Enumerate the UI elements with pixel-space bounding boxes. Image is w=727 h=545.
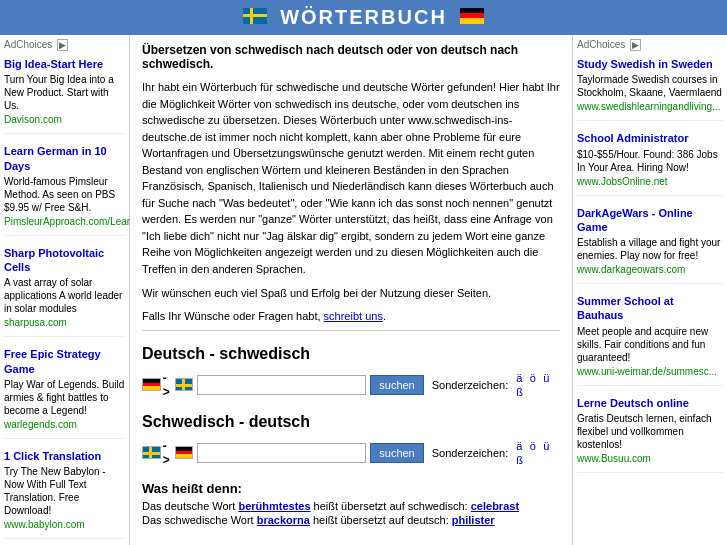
svg-rect-5 — [460, 18, 484, 24]
arrow-1: -> — [163, 371, 173, 399]
left-ad-choices: AdChoices ▶ — [4, 39, 125, 51]
intro-bold: Übersetzen von schwedisch nach deutsch o… — [142, 43, 560, 71]
right-ad-4: Summer School at Bauhaus Meet people and… — [577, 294, 723, 386]
search-input-1[interactable] — [197, 375, 366, 395]
search-title-1: Deutsch - schwedisch — [142, 345, 560, 363]
svg-rect-2 — [243, 14, 267, 17]
left-ad-4-title[interactable]: Free Epic Strategy Game — [4, 347, 125, 376]
search-row-2: -> suchen Sonderzeichen: ä ö ü ß — [142, 439, 560, 467]
right-sidebar: AdChoices ▶ Study Swedish in Sweden Tayl… — [572, 35, 727, 545]
word-link-1[interactable]: berühmtestes — [238, 500, 310, 512]
sonder-o-2[interactable]: ö — [530, 440, 536, 452]
search-button-1[interactable]: suchen — [370, 375, 423, 395]
flag-se-1 — [175, 378, 194, 391]
right-ad-3: DarkAgeWars - Online Game Establish a vi… — [577, 206, 723, 285]
flag-de-2 — [175, 446, 194, 459]
left-ad-5-title[interactable]: 1 Click Translation — [4, 449, 125, 463]
left-sidebar: AdChoices ▶ Big Idea-Start Here Turn You… — [0, 35, 130, 545]
arrow-2: -> — [163, 439, 173, 467]
left-ad-3-title[interactable]: Sharp Photovoltaic Cells — [4, 246, 125, 275]
left-ad-1: Big Idea-Start Here Turn Your Big Idea i… — [4, 57, 125, 134]
left-ad-3: Sharp Photovoltaic Cells A vast array of… — [4, 246, 125, 338]
left-ad-2-body: World-famous Pimsleur Method. As seen on… — [4, 175, 125, 214]
left-ad-2: Learn German in 10 Days World-famous Pim… — [4, 144, 125, 236]
search-button-2[interactable]: suchen — [370, 443, 423, 463]
right-ad-3-title[interactable]: DarkAgeWars - Online Game — [577, 206, 723, 235]
left-ad-4-url[interactable]: warlegends.com — [4, 419, 125, 430]
search-schwedisch-deutsch: Schwedisch - deutsch -> suchen Sonderzei… — [142, 413, 560, 467]
search-title-2: Schwedisch - deutsch — [142, 413, 560, 431]
flag-germany-header — [460, 6, 484, 29]
wish-text: Wir wünschen euch viel Spaß und Erfolg b… — [142, 285, 560, 302]
right-ad-choices: AdChoices ▶ — [577, 39, 723, 51]
right-ad-3-url[interactable]: www.darkageowars.com — [577, 264, 723, 275]
right-ad-2-body: $10-$55/Hour. Found: 386 Jobs In Your Ar… — [577, 148, 723, 174]
left-ad-3-body: A vast array of solar applications A wor… — [4, 276, 125, 315]
right-ad-1-url[interactable]: www.swedishlearningandliving... — [577, 101, 723, 112]
sonder-a-1[interactable]: ä — [516, 372, 522, 384]
right-ad-5-title[interactable]: Lerne Deutsch online — [577, 396, 723, 410]
word-link-2[interactable]: brackorna — [257, 514, 310, 526]
feedback-text: Falls Ihr Wünsche oder Fragen habt, schr… — [142, 310, 560, 322]
sonderzeichen-links-2: ä ö ü ß — [512, 439, 560, 467]
right-ad-2: School Administrator $10-$55/Hour. Found… — [577, 131, 723, 195]
feedback-link[interactable]: schreibt uns — [324, 310, 383, 322]
search-deutsch-schwedisch: Deutsch - schwedisch -> suchen Sonderzei… — [142, 345, 560, 399]
result-link-2[interactable]: philister — [452, 514, 495, 526]
left-ad-4-body: Play War of Legends. Build armies & figh… — [4, 378, 125, 417]
was-heisst-section: Was heißt denn: Das deutsche Wort berühm… — [142, 481, 560, 526]
left-ad-1-body: Turn Your Big Idea into a New Product. S… — [4, 73, 125, 112]
svg-rect-3 — [460, 8, 484, 13]
page-title: WÖRTERBUCH — [280, 6, 447, 28]
search-input-2[interactable] — [197, 443, 366, 463]
right-ad-4-title[interactable]: Summer School at Bauhaus — [577, 294, 723, 323]
left-ad-5: 1 Click Translation Try The New Babylon … — [4, 449, 125, 539]
right-ad-1: Study Swedish in Sweden Taylormade Swedi… — [577, 57, 723, 121]
svg-rect-4 — [460, 13, 484, 18]
left-ad-5-url[interactable]: www.babylon.com — [4, 519, 125, 530]
left-ad-1-title[interactable]: Big Idea-Start Here — [4, 57, 125, 71]
right-ad-4-body: Meet people and acquire new skills. Fair… — [577, 325, 723, 364]
result-link-1[interactable]: celebrast — [471, 500, 519, 512]
sonderzeichen-links-1: ä ö ü ß — [512, 371, 560, 399]
flag-arrow-2: -> — [142, 439, 193, 467]
right-ad-5: Lerne Deutsch online Gratis Deutsch lern… — [577, 396, 723, 473]
sonder-o-1[interactable]: ö — [530, 372, 536, 384]
sonderzeichen-label-2: Sonderzeichen: — [432, 447, 508, 459]
left-ad-5-body: Try The New Babylon - Now With Full Text… — [4, 465, 125, 517]
right-ad-2-url[interactable]: www.JobsOnline.net — [577, 176, 723, 187]
was-heisst-title: Was heißt denn: — [142, 481, 560, 496]
ad-choices-icon[interactable]: ▶ — [57, 39, 68, 51]
right-ad-choices-icon[interactable]: ▶ — [630, 39, 641, 51]
left-ad-1-url[interactable]: Davison.com — [4, 114, 125, 125]
right-ad-3-body: Establish a village and fight your enemi… — [577, 236, 723, 262]
was-heisst-row-1: Das deutsche Wort berühmtestes heißt übe… — [142, 500, 560, 512]
left-ad-2-url[interactable]: PimsleurApproach.com/Learn-... — [4, 216, 125, 227]
divider-1 — [142, 330, 560, 331]
intro-text: Ihr habt ein Wörterbuch für schwedische … — [142, 79, 560, 277]
left-ad-2-title[interactable]: Learn German in 10 Days — [4, 144, 125, 173]
right-ad-1-title[interactable]: Study Swedish in Sweden — [577, 57, 723, 71]
right-ad-2-title[interactable]: School Administrator — [577, 131, 723, 145]
center-content: Übersetzen von schwedisch nach deutsch o… — [130, 35, 572, 545]
right-ad-4-url[interactable]: www.uni-weimar.de/summesc... — [577, 366, 723, 377]
flag-arrow-1: -> — [142, 371, 193, 399]
right-ad-5-url[interactable]: www.Busuu.com — [577, 453, 723, 464]
sonder-u-2[interactable]: ü — [543, 440, 549, 452]
sonderzeichen-label-1: Sonderzeichen: — [432, 379, 508, 391]
page-header: WÖRTERBUCH — [0, 0, 727, 35]
right-ad-5-body: Gratis Deutsch lernen, einfach flexibel … — [577, 412, 723, 451]
right-ad-1-body: Taylormade Swedish courses in Stockholm,… — [577, 73, 723, 99]
sonder-s-2[interactable]: ß — [516, 454, 523, 466]
left-ad-4: Free Epic Strategy Game Play War of Lege… — [4, 347, 125, 439]
was-heisst-row-2: Das schwedische Wort brackorna heißt übe… — [142, 514, 560, 526]
search-row-1: -> suchen Sonderzeichen: ä ö ü ß — [142, 371, 560, 399]
flag-sweden-header — [243, 6, 267, 29]
sonder-s-1[interactable]: ß — [516, 386, 523, 398]
sonder-a-2[interactable]: ä — [516, 440, 522, 452]
flag-se-2 — [142, 446, 161, 459]
sonder-u-1[interactable]: ü — [543, 372, 549, 384]
flag-de-1 — [142, 378, 161, 391]
left-ad-3-url[interactable]: sharpusa.com — [4, 317, 125, 328]
